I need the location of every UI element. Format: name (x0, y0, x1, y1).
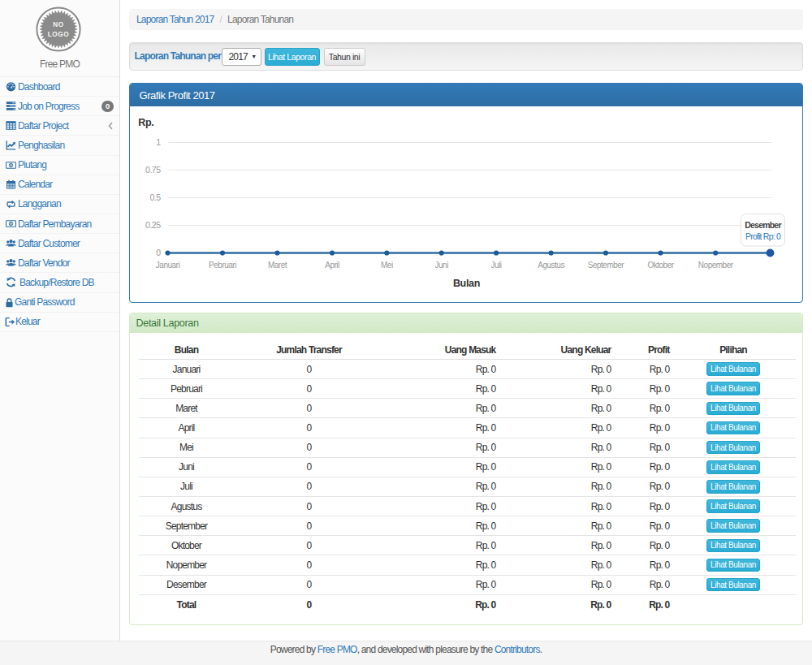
svg-text:1: 1 (156, 137, 161, 147)
svg-text:Maret: Maret (267, 261, 287, 270)
svg-text:Desember: Desember (745, 220, 781, 230)
svg-text:Nopember: Nopember (698, 261, 733, 270)
svg-text:Profit Rp: 0: Profit Rp: 0 (745, 231, 781, 241)
svg-text:Januari: Januari (155, 261, 179, 270)
svg-text:0.75: 0.75 (145, 165, 161, 175)
svg-text:Mei: Mei (380, 261, 392, 270)
svg-text:Bulan: Bulan (452, 278, 479, 289)
svg-text:Juni: Juni (434, 261, 448, 270)
svg-text:Pebruari: Pebruari (209, 261, 236, 270)
svg-text:Juli: Juli (490, 261, 501, 270)
svg-text:0: 0 (156, 248, 161, 257)
svg-text:Agustus: Agustus (538, 261, 564, 270)
svg-text:0.5: 0.5 (149, 192, 161, 202)
svg-text:Rp.: Rp. (138, 117, 153, 128)
svg-text:0.25: 0.25 (145, 220, 161, 230)
svg-text:September: September (587, 261, 624, 270)
svg-text:April: April (325, 261, 339, 270)
svg-text:NO: NO (53, 21, 64, 28)
svg-text:LOGO: LOGO (48, 31, 70, 38)
svg-text:Oktober: Oktober (647, 261, 674, 270)
